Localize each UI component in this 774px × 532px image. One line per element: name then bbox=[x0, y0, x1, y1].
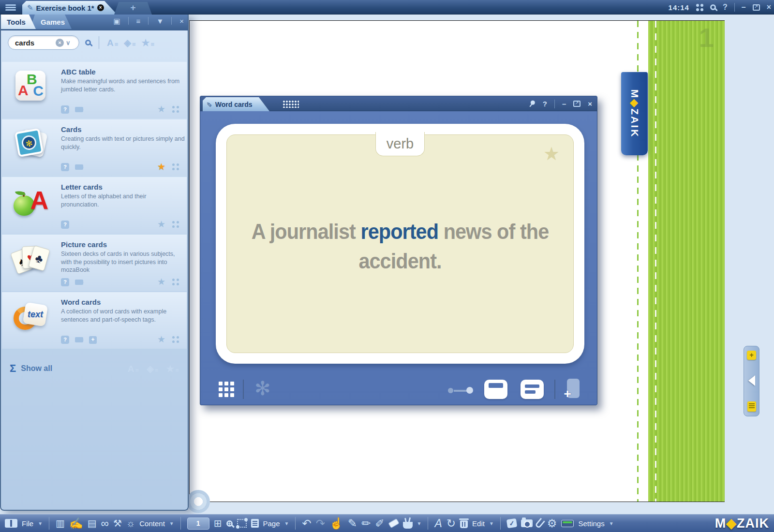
favorite-star-icon[interactable]: ★ bbox=[157, 335, 165, 344]
tool-item-letter-cards[interactable]: A Letter cards Letters of the alphabet a… bbox=[2, 177, 187, 234]
tool-item-abc-table[interactable]: ABC ABC table Make meaningful words and … bbox=[2, 62, 187, 118]
pin-icon[interactable] bbox=[527, 99, 537, 109]
pen-cup-icon[interactable] bbox=[403, 522, 413, 529]
group-dots-icon[interactable] bbox=[172, 279, 179, 285]
video-tutorial-icon[interactable] bbox=[75, 337, 83, 342]
file-menu-dropdown-icon[interactable]: ▼ bbox=[38, 521, 43, 526]
document-tab[interactable]: ✎ Exercise book 1* × bbox=[22, 1, 117, 15]
pager-dots-icon[interactable] bbox=[448, 386, 473, 394]
eraser-tool-icon[interactable] bbox=[388, 518, 399, 528]
add-page-icon[interactable]: ⊞ bbox=[214, 518, 222, 528]
card-favorite-star-icon[interactable]: ★ bbox=[543, 145, 560, 163]
sort-category-icon[interactable]: ◈≡ bbox=[124, 38, 135, 47]
help-badge-icon[interactable]: ? bbox=[61, 163, 69, 171]
help-badge-icon[interactable]: ? bbox=[61, 278, 69, 286]
help-badge-icon[interactable]: ? bbox=[61, 336, 69, 344]
select-area-icon[interactable] bbox=[237, 519, 247, 528]
video-tutorial-icon[interactable] bbox=[75, 107, 83, 112]
favorite-star-icon[interactable]: ★ bbox=[157, 220, 165, 229]
panel-menu-icon[interactable]: ≡ bbox=[136, 17, 141, 25]
hand-pointer-icon[interactable]: ☝ bbox=[329, 518, 343, 529]
education-icon[interactable]: ✍ bbox=[69, 518, 83, 529]
undo-icon[interactable]: ↶ bbox=[302, 518, 311, 529]
pen-cup-dropdown-icon[interactable]: ▼ bbox=[417, 521, 422, 526]
redo-icon[interactable]: ↷ bbox=[316, 518, 325, 529]
search-history-chevron-icon[interactable]: ∨ bbox=[66, 39, 71, 46]
lightbulb-icon[interactable]: ☼ bbox=[126, 518, 135, 528]
help-badge-icon[interactable]: ? bbox=[61, 221, 69, 229]
marker-tool-icon[interactable]: ✏ bbox=[361, 518, 371, 529]
zoom-icon[interactable] bbox=[226, 520, 233, 527]
minimize-button[interactable]: – bbox=[742, 3, 746, 11]
projector-icon[interactable] bbox=[561, 520, 574, 527]
group-dots-icon[interactable] bbox=[172, 221, 179, 228]
card-front-view-button[interactable] bbox=[484, 380, 507, 399]
tab-tools[interactable]: Tools bbox=[1, 15, 36, 29]
help-badge-icon[interactable]: ? bbox=[61, 105, 69, 114]
card-grid-view-icon[interactable] bbox=[219, 382, 234, 397]
sort-alphabetical-icon[interactable]: A≡ bbox=[128, 364, 139, 373]
panel-close-icon[interactable]: × bbox=[179, 17, 184, 25]
sort-favorites-icon[interactable]: ★≡ bbox=[142, 38, 155, 47]
page-menu-dropdown-icon[interactable]: ▼ bbox=[284, 521, 289, 526]
favorite-star-icon[interactable]: ★ bbox=[157, 104, 165, 114]
panel-dropdown-icon[interactable]: ▼ bbox=[156, 17, 164, 25]
settings-gear-icon[interactable]: ⚙ bbox=[547, 518, 557, 529]
dialog-titlebar[interactable]: ✐ Word cards ? – × bbox=[200, 96, 597, 111]
new-tab-button[interactable]: + bbox=[114, 2, 152, 15]
video-tutorial-icon[interactable] bbox=[75, 280, 83, 285]
clear-search-icon[interactable]: × bbox=[56, 39, 64, 47]
booklet-icon[interactable]: ▥ bbox=[56, 518, 65, 528]
file-menu[interactable]: File bbox=[22, 519, 33, 528]
dialog-close-button[interactable]: × bbox=[588, 100, 592, 107]
card-back-view-button[interactable] bbox=[521, 380, 544, 399]
page-corner-curl[interactable] bbox=[187, 490, 210, 513]
insert-card-to-page-button[interactable]: + bbox=[562, 379, 580, 400]
content-menu[interactable]: Content bbox=[139, 519, 165, 528]
binoculars-icon[interactable]: ∞ bbox=[101, 518, 109, 529]
rotate-icon[interactable]: ↻ bbox=[447, 518, 456, 529]
settings-menu[interactable]: Settings bbox=[578, 519, 604, 528]
help-icon[interactable]: ? bbox=[723, 3, 728, 11]
dialog-minimize-button[interactable]: – bbox=[562, 100, 566, 107]
dialog-tab[interactable]: ✐ Word cards bbox=[203, 97, 269, 111]
edit-menu[interactable]: Edit bbox=[472, 519, 485, 528]
apps-grid-icon[interactable] bbox=[696, 4, 703, 11]
dialog-help-icon[interactable]: ? bbox=[543, 100, 547, 107]
mozaik-bookmark-ribbon[interactable]: M◆ZAIK bbox=[621, 72, 648, 155]
add-page-icon[interactable]: + bbox=[747, 351, 756, 360]
trash-icon[interactable] bbox=[460, 520, 468, 528]
group-dots-icon[interactable] bbox=[172, 106, 179, 113]
sort-alphabetical-icon[interactable]: A≡ bbox=[107, 38, 118, 47]
add-to-page-icon[interactable]: + bbox=[89, 336, 97, 344]
expand-left-arrow-icon[interactable] bbox=[743, 375, 755, 386]
restore-button[interactable] bbox=[753, 4, 760, 11]
tool-item-cards[interactable]: ✻ Cards Creating cards with text or pict… bbox=[2, 119, 187, 176]
sort-category-icon[interactable]: ◈≡ bbox=[147, 364, 158, 373]
favorite-star-icon[interactable]: ★ bbox=[157, 162, 165, 171]
drag-handle[interactable] bbox=[283, 100, 299, 108]
homework-check-icon[interactable]: ✓ bbox=[506, 518, 517, 529]
clipboard-icon[interactable] bbox=[747, 401, 756, 412]
tab-games[interactable]: Games bbox=[30, 15, 72, 29]
edit-menu-dropdown-icon[interactable]: ▼ bbox=[489, 521, 494, 526]
settings-menu-dropdown-icon[interactable]: ▼ bbox=[609, 521, 614, 526]
page-list-icon[interactable] bbox=[251, 519, 259, 528]
dialog-maximize-button[interactable] bbox=[573, 101, 580, 107]
search-box[interactable]: × ∨ bbox=[8, 35, 79, 50]
mozaik-logo[interactable]: M◆ZAIK bbox=[715, 516, 769, 531]
content-menu-dropdown-icon[interactable]: ▼ bbox=[169, 521, 174, 526]
tab-close-button[interactable]: × bbox=[97, 4, 104, 11]
word-card[interactable]: verb ★ A journalist reported news of the… bbox=[226, 134, 574, 353]
page-menu[interactable]: Page bbox=[263, 519, 280, 528]
main-menu-button[interactable] bbox=[3, 2, 18, 13]
show-all-button[interactable]: Σ Show all A≡ ◈≡ ★≡ bbox=[2, 357, 187, 380]
tool-item-word-cards[interactable]: text Word cards A collection of word car… bbox=[2, 292, 187, 349]
document-icon[interactable]: ▤ bbox=[88, 518, 97, 528]
search-icon[interactable] bbox=[710, 4, 716, 10]
group-dots-icon[interactable] bbox=[172, 163, 179, 170]
page-number-box[interactable]: 1 bbox=[187, 517, 209, 530]
detach-panel-icon[interactable]: ▣ bbox=[113, 17, 120, 25]
sort-favorites-icon[interactable]: ★≡ bbox=[166, 364, 179, 373]
open-book-icon[interactable] bbox=[5, 519, 17, 528]
